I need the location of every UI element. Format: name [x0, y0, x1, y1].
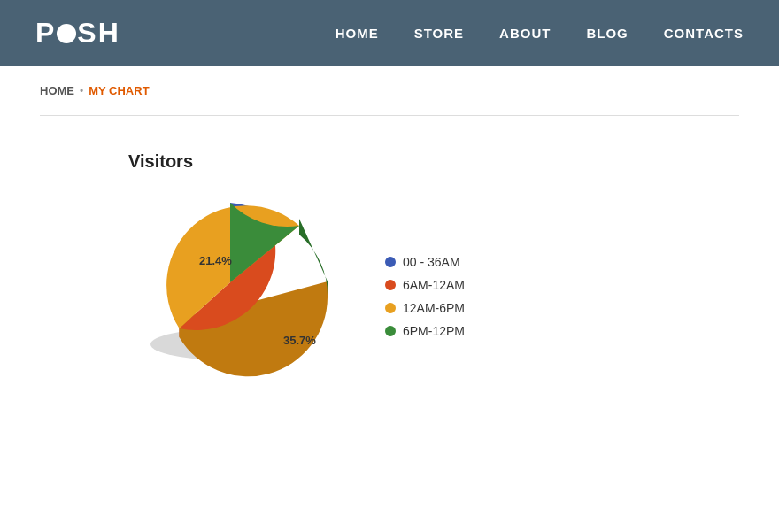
legend-label-red: 6AM-12AM [403, 278, 465, 292]
legend-item-blue: 00 - 36AM [385, 255, 465, 269]
nav-store[interactable]: STORE [414, 26, 464, 41]
nav-blog[interactable]: BLOG [586, 26, 628, 41]
breadcrumb: HOME • MY CHART [0, 66, 779, 115]
breadcrumb-separator: • [80, 85, 83, 97]
site-header: PSH HOME STORE ABOUT BLOG CONTACTS [0, 0, 779, 66]
nav-contacts[interactable]: CONTACTS [664, 26, 744, 41]
breadcrumb-current: MY CHART [89, 84, 149, 97]
legend-item-orange: 12AM-6PM [385, 301, 465, 315]
logo-o [57, 24, 76, 43]
legend-dot-red [385, 280, 396, 290]
legend-label-orange: 12AM-6PM [403, 301, 465, 315]
pie-chart: 7.1% 35.7% 35.7% 21.4% [128, 189, 332, 393]
legend-dot-green [385, 326, 396, 336]
label-green: 21.4% [199, 254, 232, 267]
legend-dot-blue [385, 257, 396, 267]
legend-label-blue: 00 - 36AM [403, 255, 460, 269]
site-logo: PSH [35, 17, 120, 50]
chart-area: Visitors [128, 151, 332, 397]
label-orange: 35.7% [283, 334, 316, 347]
nav-home[interactable]: HOME [336, 26, 379, 41]
chart-container: Visitors [40, 151, 739, 397]
main-nav: HOME STORE ABOUT BLOG CONTACTS [336, 26, 744, 41]
legend-item-red: 6AM-12AM [385, 278, 465, 292]
breadcrumb-home[interactable]: HOME [40, 84, 74, 97]
legend-dot-orange [385, 303, 396, 313]
main-content: Visitors [0, 116, 779, 432]
nav-about[interactable]: ABOUT [499, 26, 551, 41]
chart-title: Visitors [128, 151, 332, 172]
legend-item-green: 6PM-12PM [385, 324, 465, 338]
legend-label-green: 6PM-12PM [403, 324, 465, 338]
chart-legend: 00 - 36AM 6AM-12AM 12AM-6PM 6PM-12PM [385, 211, 465, 338]
